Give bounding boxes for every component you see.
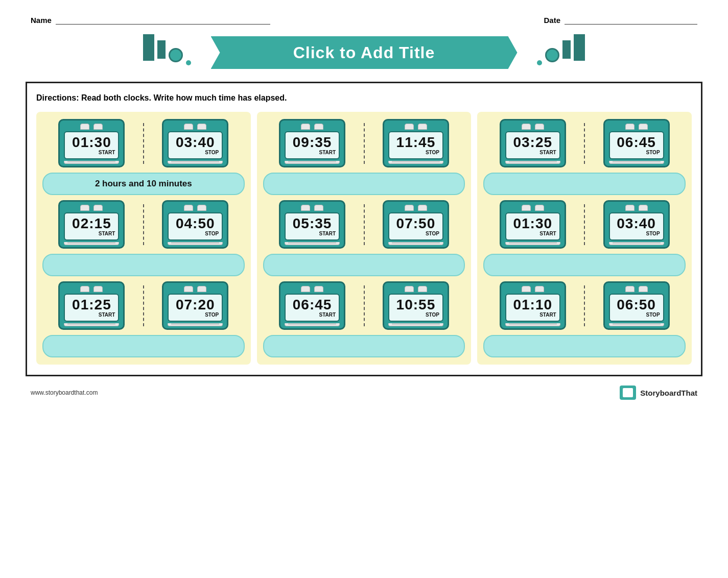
stop-clock-wrapper-1-1: 07:50 STOP: [367, 200, 465, 249]
answer-box-2-2[interactable]: [483, 335, 686, 357]
start-clock-0-2: 01:25 START: [58, 281, 125, 330]
clock-base: [64, 323, 119, 326]
clock-handle: [388, 124, 443, 130]
start-time: 03:25: [509, 134, 556, 151]
clock-handle: [168, 286, 223, 292]
clock-handle: [64, 286, 119, 292]
clock-base: [609, 161, 664, 164]
name-label: Name: [31, 16, 52, 25]
banner-container: Click to Add Title: [20, 30, 708, 76]
answer-box-0-1[interactable]: [42, 254, 245, 276]
clock-handle: [285, 205, 340, 211]
stop-time: 07:20: [172, 297, 219, 313]
deco-rect-tall-right: [574, 34, 585, 61]
answer-box-0-2[interactable]: [42, 335, 245, 357]
stop-clock-wrapper-1-2: 10:55 STOP: [367, 281, 465, 330]
brand-name: StoryboardThat: [640, 389, 697, 397]
banner-deco-right: [537, 30, 585, 65]
start-time: 09:35: [289, 134, 336, 151]
start-clock-1-2: 06:45 START: [279, 281, 345, 330]
clock-screen: 01:25 START: [64, 294, 119, 322]
deco-rect-tall-left: [143, 34, 154, 61]
handle-part-left: [301, 124, 310, 130]
deco-dot-right: [537, 60, 542, 65]
answer-box-1-1[interactable]: [263, 254, 465, 276]
deco-dot-left: [186, 60, 191, 65]
clock-row-2-1: 01:30 START 03:40 STOP: [483, 200, 686, 249]
start-clock-wrapper-2-2: 01:10 START: [483, 281, 582, 330]
deco-circle-right: [545, 48, 559, 62]
handle-part-right: [314, 205, 323, 211]
clock-base-line: [67, 323, 115, 325]
answer-box-1-2[interactable]: [263, 335, 465, 357]
clock-base: [285, 323, 340, 326]
clock-screen: 03:40 STOP: [168, 131, 223, 159]
answer-box-2-0[interactable]: [483, 173, 686, 195]
clock-base-line: [509, 161, 557, 162]
banner-ribbon[interactable]: Click to Add Title: [211, 36, 518, 69]
start-clock-wrapper-2-0: 03:25 START: [483, 119, 582, 167]
clock-base: [168, 323, 223, 326]
stop-clock-wrapper-2-1: 03:40 STOP: [587, 200, 686, 249]
handle-part-right: [535, 205, 544, 211]
answer-box-0-0[interactable]: 2 hours and 10 minutes: [42, 173, 245, 195]
directions-text: Directions: Read both clocks. Write how …: [36, 93, 692, 103]
clock-base-line: [171, 242, 219, 244]
clock-base-line: [288, 161, 336, 162]
clock-row-2-0: 03:25 START 06:45 STOP: [483, 119, 686, 167]
clock-screen: 06:45 START: [285, 294, 340, 322]
clock-base-line: [392, 161, 440, 162]
stop-time: 03:40: [172, 134, 219, 151]
start-clock-wrapper-0-0: 01:30 START: [42, 119, 141, 167]
handle-part-right: [639, 124, 648, 130]
handle-part-right: [93, 286, 103, 292]
clock-screen: 07:50 STOP: [388, 212, 443, 240]
clock-divider-1-2: [364, 285, 365, 326]
stop-time: 11:45: [392, 134, 439, 151]
handle-part-right: [197, 205, 206, 211]
clock-base-line: [67, 242, 115, 244]
clock-base-line: [67, 161, 115, 162]
answer-box-2-1[interactable]: [483, 254, 686, 276]
clock-handle: [168, 124, 223, 130]
clock-base-line: [613, 161, 661, 162]
clock-base: [609, 323, 664, 326]
clock-screen: 01:10 START: [505, 294, 560, 322]
handle-part-right: [93, 124, 103, 130]
start-clock-wrapper-2-1: 01:30 START: [483, 200, 582, 249]
stop-clock-2-2: 06:50 STOP: [603, 281, 670, 330]
clock-screen: 05:35 START: [285, 212, 340, 240]
brand-icon-inner: [623, 388, 633, 397]
answer-text-0-0: 2 hours and 10 minutes: [95, 179, 192, 189]
handle-part-right: [418, 286, 427, 292]
start-clock-wrapper-0-2: 01:25 START: [42, 281, 141, 330]
answer-box-1-0[interactable]: [263, 173, 465, 195]
clock-divider-1-1: [364, 204, 365, 245]
stop-clock-wrapper-0-0: 03:40 STOP: [146, 119, 245, 167]
name-field: Name: [31, 15, 270, 25]
date-underline: [565, 15, 697, 25]
stop-time: 07:50: [392, 215, 439, 232]
clock-row-1-2: 06:45 START 10:55 STOP: [263, 281, 465, 330]
handle-part-left: [80, 205, 89, 211]
stop-clock-2-0: 06:45 STOP: [603, 119, 670, 167]
clock-handle: [505, 205, 560, 211]
handle-part-right: [197, 124, 206, 130]
banner-deco-left: [143, 30, 191, 65]
stop-clock-0-1: 04:50 STOP: [162, 200, 228, 249]
deco-circle-left: [169, 48, 183, 62]
handle-part-right: [93, 205, 103, 211]
handle-part-left: [405, 286, 414, 292]
handle-part-left: [625, 205, 635, 211]
footer-url: www.storyboardthat.com: [31, 389, 98, 396]
start-clock-wrapper-1-2: 06:45 START: [263, 281, 362, 330]
clocks-grid: 01:30 START 03:40 STOP: [36, 112, 692, 365]
clock-row-0-1: 02:15 START 04:50 STOP: [42, 200, 245, 249]
clock-handle: [388, 205, 443, 211]
start-time: 06:45: [289, 297, 336, 313]
handle-part-left: [80, 124, 89, 130]
clock-screen: 02:15 START: [64, 212, 119, 240]
stop-clock-0-0: 03:40 STOP: [162, 119, 228, 167]
stop-time: 06:50: [613, 297, 660, 313]
clock-row-2-2: 01:10 START 06:50 STOP: [483, 281, 686, 330]
